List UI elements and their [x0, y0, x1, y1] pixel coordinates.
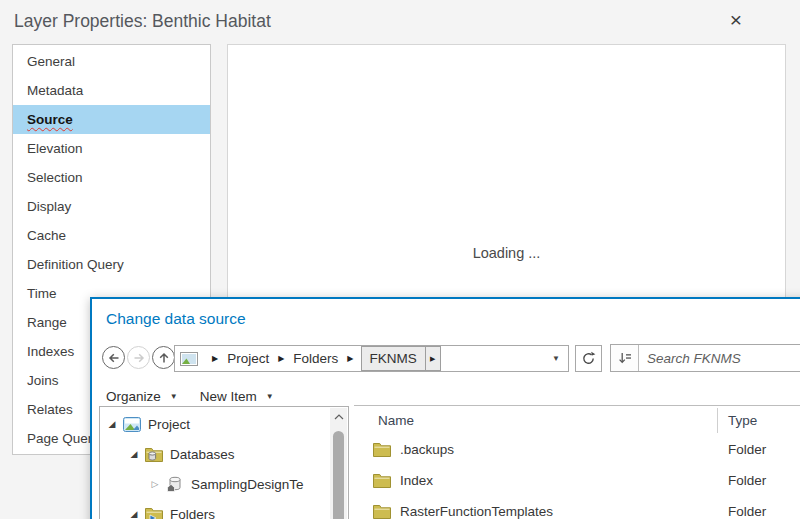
file-name: RasterFunctionTemplates	[400, 504, 553, 519]
back-button[interactable]	[102, 346, 125, 369]
scroll-up-icon[interactable]	[330, 408, 347, 425]
forward-button[interactable]	[127, 346, 150, 369]
folder-icon	[373, 443, 391, 457]
sidebar-item-definition-query[interactable]: Definition Query	[13, 250, 210, 279]
geodatabase-icon	[166, 476, 184, 492]
forward-arrow-icon	[132, 351, 146, 365]
project-thumbnail-icon	[180, 352, 198, 366]
expander-closed-icon[interactable]: ▷	[148, 480, 162, 489]
sidebar-item-selection[interactable]: Selection	[13, 163, 210, 192]
tree-item-databases[interactable]: ◢ Databases	[100, 439, 348, 469]
breadcrumb-separator-icon: ▶	[278, 355, 284, 363]
up-button[interactable]	[152, 346, 175, 369]
file-type: Folder	[728, 504, 766, 519]
loading-text: Loading ...	[228, 245, 785, 261]
chevron-down-icon: ▼	[266, 392, 274, 401]
sidebar-item-metadata[interactable]: Metadata	[13, 76, 210, 105]
breadcrumb: ▶ Project ▶ Folders ▶ FKNMS ▶ ▼	[174, 345, 569, 372]
sidebar-item-cache[interactable]: Cache	[13, 221, 210, 250]
layer-properties-window: Layer Properties: Benthic Habitat × Gene…	[0, 0, 800, 519]
up-arrow-icon	[157, 351, 171, 365]
breadcrumb-separator-icon: ▶	[212, 355, 218, 363]
expander-open-icon[interactable]: ◢	[127, 450, 141, 459]
change-data-source-dialog: Change data source	[90, 297, 800, 519]
organize-button[interactable]: Organize ▼	[106, 389, 178, 404]
back-arrow-icon	[107, 351, 121, 365]
tree-scrollbar[interactable]	[330, 408, 347, 519]
breadcrumb-expand-button[interactable]: ▶	[426, 346, 441, 371]
file-type: Folder	[728, 473, 766, 488]
tree-item-label: SamplingDesignTe	[191, 477, 304, 492]
databases-icon	[145, 447, 163, 462]
column-header-type[interactable]: Type	[728, 413, 757, 428]
scrollbar-thumb[interactable]	[333, 431, 344, 519]
file-name: .backups	[400, 442, 454, 457]
tree-item-project[interactable]: ◢ Project	[100, 409, 348, 439]
search-input[interactable]	[639, 345, 800, 371]
tree-item-label: Project	[148, 417, 190, 432]
file-type: Folder	[728, 442, 766, 457]
sort-icon	[618, 351, 632, 365]
dialog-toolbar: Organize ▼ New Item ▼	[106, 385, 296, 407]
file-row-backups[interactable]: .backups Folder	[354, 434, 800, 465]
column-header-name[interactable]: Name	[354, 413, 414, 428]
file-name: Index	[400, 473, 433, 488]
tree-item-label: Folders	[170, 507, 215, 519]
close-icon[interactable]: ×	[722, 6, 750, 34]
sort-button[interactable]	[611, 345, 639, 371]
folder-icon	[373, 505, 391, 519]
file-row-index[interactable]: Index Folder	[354, 465, 800, 496]
sidebar-item-source[interactable]: Source	[13, 105, 210, 134]
sidebar-item-display[interactable]: Display	[13, 192, 210, 221]
breadcrumb-separator-icon: ▶	[347, 355, 353, 363]
sidebar-item-general[interactable]: General	[13, 47, 210, 76]
file-list-header: Name Type	[354, 406, 800, 434]
tree-item-folders[interactable]: ◢ Folders	[100, 499, 348, 519]
file-row-rasterfunctiontemplates[interactable]: RasterFunctionTemplates Folder	[354, 496, 800, 519]
refresh-button[interactable]	[575, 345, 602, 372]
catalog-tree-panel: ◢ Project ◢	[99, 406, 349, 519]
breadcrumb-segment-fknms[interactable]: FKNMS	[361, 346, 426, 371]
refresh-icon	[581, 351, 596, 366]
expander-open-icon[interactable]: ◢	[105, 420, 119, 429]
file-list: Name Type .backups Folder	[354, 405, 800, 519]
column-divider[interactable]	[717, 408, 718, 433]
breadcrumb-dropdown-icon[interactable]: ▼	[552, 354, 560, 363]
folders-icon	[145, 507, 163, 519]
tree-item-label: Databases	[170, 447, 235, 462]
search-box	[610, 344, 800, 372]
new-item-button[interactable]: New Item ▼	[200, 389, 274, 404]
chevron-down-icon: ▼	[170, 392, 178, 401]
folder-icon	[373, 474, 391, 488]
dialog-title: Change data source	[106, 310, 246, 328]
tree-item-sampling-design[interactable]: ▷ SamplingDesignTe	[100, 469, 348, 499]
chevron-right-icon: ▶	[430, 355, 435, 363]
expander-open-icon[interactable]: ◢	[127, 510, 141, 519]
window-title: Layer Properties: Benthic Habitat	[14, 11, 271, 32]
sidebar-item-elevation[interactable]: Elevation	[13, 134, 210, 163]
project-icon	[123, 417, 141, 432]
breadcrumb-segment-project[interactable]: Project	[225, 351, 271, 366]
breadcrumb-segment-folders[interactable]: Folders	[291, 351, 340, 366]
